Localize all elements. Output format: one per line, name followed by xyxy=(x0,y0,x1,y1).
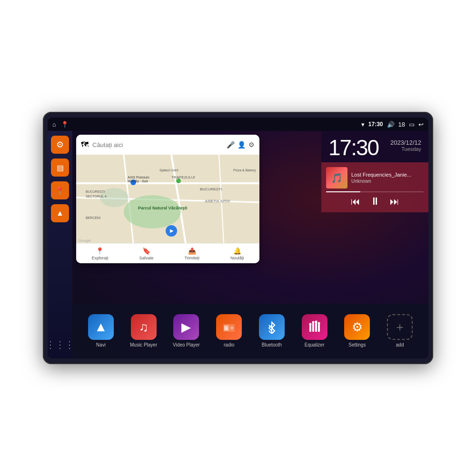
navi-icon: ▲ xyxy=(88,314,114,340)
bluetooth-label: Bluetooth xyxy=(262,342,282,348)
map-footer-news[interactable]: 🔔 Noutăți xyxy=(230,247,244,260)
device-frame: ⌂ 📍 ▾ 17:30 🔊 18 ▭ ↩ ⚙ ▤ xyxy=(43,112,433,364)
share-icon: 📤 xyxy=(188,247,196,255)
sidebar-item-settings[interactable]: ⚙ xyxy=(51,136,69,154)
svg-text:AXIS Premium: AXIS Premium xyxy=(128,176,149,179)
add-app-icon: + xyxy=(387,314,413,340)
music-artist: Unknown xyxy=(351,178,424,184)
news-icon: 🔔 xyxy=(233,247,241,255)
app-video-player[interactable]: ▶ Video Player xyxy=(171,314,202,348)
svg-text:Mobility - Sud: Mobility - Sud xyxy=(128,179,148,183)
app-radio[interactable]: radio xyxy=(214,314,245,348)
svg-rect-33 xyxy=(315,322,317,332)
sidebar-item-map[interactable]: 📍 xyxy=(51,181,69,199)
app-settings[interactable]: ⚙ Settings xyxy=(342,314,373,348)
sidebar-item-grid[interactable]: ⋮⋮⋮ xyxy=(51,336,69,354)
svg-text:▶: ▶ xyxy=(170,228,174,233)
app-add[interactable]: + add xyxy=(385,314,416,348)
grid-icon: ⋮⋮⋮ xyxy=(48,339,74,350)
music-prev-button[interactable]: ⏮ xyxy=(351,196,360,207)
status-bar: ⌂ 📍 ▾ 17:30 🔊 18 ▭ ↩ xyxy=(48,118,428,131)
svg-rect-34 xyxy=(318,324,320,332)
battery-level: 18 xyxy=(398,121,405,128)
add-app-label: add xyxy=(396,342,404,348)
map-footer-share[interactable]: 📤 Trimiteți xyxy=(184,247,199,260)
clock-row: 17:30 2023/12/12 Tuesday xyxy=(328,137,421,159)
navi-label: Navi xyxy=(96,342,106,348)
music-player-label: Music Player xyxy=(130,342,157,348)
wifi-icon: ▾ xyxy=(361,121,365,128)
more-icon[interactable]: ⚙ xyxy=(248,141,255,149)
settings-icon: ⚙ xyxy=(56,139,64,150)
svg-point-36 xyxy=(312,321,314,324)
music-progress-bar[interactable] xyxy=(326,191,424,192)
music-title: Lost Frequencies_Janie... xyxy=(351,172,424,178)
app-navi[interactable]: ▲ Navi xyxy=(85,314,116,348)
device-screen: ⌂ 📍 ▾ 17:30 🔊 18 ▭ ↩ ⚙ ▤ xyxy=(48,118,428,358)
equalizer-label: Equalizer xyxy=(305,342,325,348)
svg-point-38 xyxy=(317,322,320,325)
svg-text:Splaiut Unirii: Splaiut Unirii xyxy=(159,169,178,172)
svg-text:Google: Google xyxy=(79,238,91,243)
svg-text:TRAPEZULUI: TRAPEZULUI xyxy=(171,175,195,179)
clock-date-day: Tuesday xyxy=(390,146,421,152)
news-label: Noutăți xyxy=(230,256,244,260)
map-footer-saved[interactable]: 🔖 Salvate xyxy=(139,247,153,260)
music-info-row: 🎵 Lost Frequencies_Janie... Unknown xyxy=(326,167,424,188)
map-pin-icon: 📍 xyxy=(55,186,65,195)
music-next-button[interactable]: ⏭ xyxy=(390,196,399,207)
map-footer-explore[interactable]: 📍 Explorați xyxy=(91,247,108,260)
mic-icon[interactable]: 🎤 xyxy=(227,141,235,149)
status-right-icons: ▾ 17:30 🔊 18 ▭ ↩ xyxy=(361,121,424,128)
center-content: 🗺 🎤 👤 ⚙ xyxy=(72,131,428,358)
music-album-art: 🎵 xyxy=(326,167,347,188)
music-pause-button[interactable]: ⏸ xyxy=(370,195,380,208)
app-bluetooth[interactable]: Bluetooth xyxy=(256,314,287,348)
app-equalizer[interactable]: Equalizer xyxy=(299,314,330,348)
settings-app-label: Settings xyxy=(348,342,366,348)
svg-text:BUCUREȘTI: BUCUREȘTI xyxy=(86,190,105,194)
svg-text:BERCENI: BERCENI xyxy=(86,216,100,219)
battery-icon: ▭ xyxy=(409,121,415,128)
account-icon[interactable]: 👤 xyxy=(238,141,246,149)
music-controls: ⏮ ⏸ ⏭ xyxy=(326,195,424,208)
music-player-icon: ♫ xyxy=(131,314,157,340)
music-progress-fill xyxy=(326,191,360,192)
video-player-label: Video Player xyxy=(173,342,200,348)
saved-label: Salvate xyxy=(139,256,153,260)
clock-widget: 17:30 2023/12/12 Tuesday xyxy=(321,131,428,162)
sidebar: ⚙ ▤ 📍 ▲ ⋮⋮⋮ xyxy=(48,131,72,358)
sidebar-item-drawer[interactable]: ▤ xyxy=(51,159,69,177)
main-content: ⚙ ▤ 📍 ▲ ⋮⋮⋮ xyxy=(48,131,428,358)
status-left-icons: ⌂ 📍 xyxy=(52,121,69,128)
radio-icon xyxy=(216,314,242,340)
map-search-bar: 🗺 🎤 👤 ⚙ xyxy=(76,135,259,155)
bluetooth-icon-bg xyxy=(259,314,285,340)
map-svg: Parcul Natural Văcărești BUCUREȘTI JUDEȚ… xyxy=(76,155,259,243)
clock-time: 17:30 xyxy=(328,137,378,159)
sidebar-item-nav[interactable]: ▲ xyxy=(51,204,69,222)
radio-label: radio xyxy=(224,342,234,348)
drawer-icon: ▤ xyxy=(57,163,64,172)
clock-date: 2023/12/12 Tuesday xyxy=(390,137,421,152)
svg-text:SECTORUL 4: SECTORUL 4 xyxy=(86,195,107,198)
svg-text:JUDEȚUL ILFOV: JUDEȚUL ILFOV xyxy=(205,199,230,203)
music-details: Lost Frequencies_Janie... Unknown xyxy=(351,172,424,184)
volume-icon: 🔊 xyxy=(387,121,395,128)
map-search-input[interactable] xyxy=(92,141,223,149)
svg-rect-32 xyxy=(312,323,314,332)
map-body: Parcul Natural Văcărești BUCUREȘTI JUDEȚ… xyxy=(76,155,259,243)
location-icon[interactable]: 📍 xyxy=(61,121,69,128)
map-footer: 📍 Explorați 🔖 Salvate 📤 Trimiteți � xyxy=(76,243,259,263)
map-search-icons: 🎤 👤 ⚙ xyxy=(227,141,255,149)
equalizer-icon xyxy=(302,314,327,340)
status-time: 17:30 xyxy=(368,121,383,128)
svg-point-20 xyxy=(176,178,181,183)
app-music-player[interactable]: ♫ Music Player xyxy=(128,314,159,348)
map-widget[interactable]: 🗺 🎤 👤 ⚙ xyxy=(76,135,259,263)
google-maps-logo: 🗺 xyxy=(81,140,89,149)
back-icon[interactable]: ↩ xyxy=(418,121,424,128)
svg-text:BUCUREȘTI: BUCUREȘTI xyxy=(200,187,222,191)
svg-point-37 xyxy=(315,321,317,323)
home-icon[interactable]: ⌂ xyxy=(52,121,56,128)
